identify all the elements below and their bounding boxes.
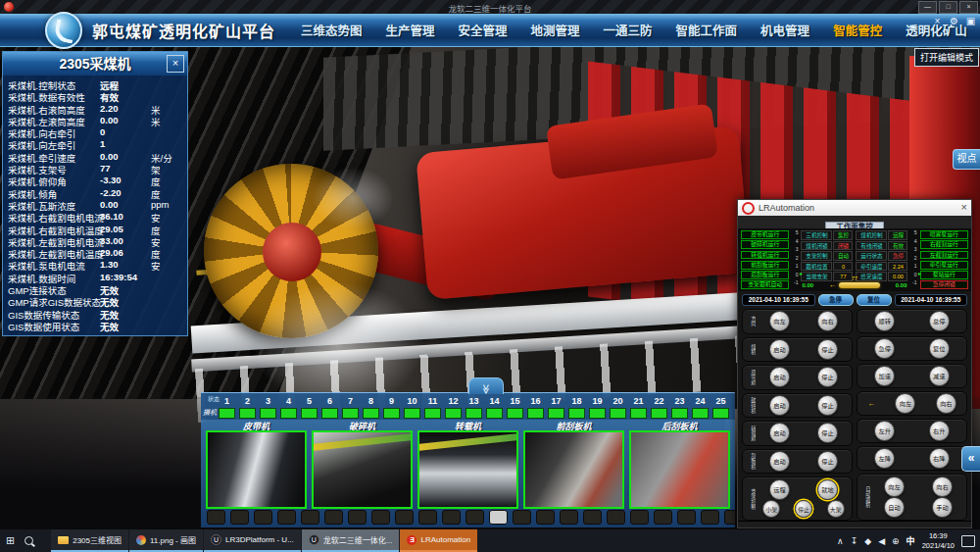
strip-tile[interactable] — [701, 510, 719, 525]
control-button[interactable]: 停止 — [817, 367, 838, 387]
nav-item[interactable]: 智能管控 — [833, 21, 882, 39]
control-button[interactable]: 加速 — [874, 366, 895, 386]
control-button[interactable]: 总停 — [929, 311, 950, 331]
strip-tile[interactable] — [277, 510, 296, 525]
nav-item[interactable]: 一通三防 — [604, 21, 653, 39]
camera-channel[interactable]: 25 — [710, 395, 731, 419]
open-edit-mode-button[interactable]: 打开编辑模式 — [914, 48, 979, 67]
control-button[interactable]: 复位 — [929, 338, 950, 359]
strip-tile[interactable] — [560, 510, 578, 525]
control-button[interactable]: 减速 — [929, 366, 950, 386]
control-button[interactable]: 向左 — [884, 477, 905, 497]
fullscreen-icon[interactable]: ▣ — [964, 16, 977, 26]
control-button[interactable]: 向右 — [817, 311, 838, 331]
lrautomation-titlebar[interactable]: LRAutomation × — [738, 200, 971, 216]
camera-feed[interactable]: 破碎机 — [312, 420, 413, 509]
strip-tile[interactable] — [442, 510, 461, 525]
maximize-button[interactable]: □ — [939, 1, 957, 14]
camera-channel[interactable]: 15 — [505, 395, 525, 419]
control-button[interactable]: 小架 — [762, 500, 780, 518]
control-button[interactable]: 停止 — [795, 500, 812, 518]
strip-tile[interactable] — [395, 510, 414, 525]
strip-tile[interactable] — [254, 510, 272, 525]
strip-tile[interactable] — [583, 510, 602, 525]
camera-feed[interactable]: 后刮板机 — [629, 420, 730, 509]
control-button[interactable]: 大架 — [827, 500, 845, 518]
camera-channel[interactable]: 14 — [484, 395, 505, 419]
control-button[interactable]: 远程 — [769, 479, 790, 500]
volume-icon[interactable]: ◀ — [878, 536, 885, 546]
camera-channel[interactable]: 2 — [237, 395, 258, 419]
control-button[interactable]: 左升 — [874, 421, 895, 441]
network-icon[interactable]: ⊕ — [892, 536, 900, 546]
control-button[interactable]: 启动 — [769, 339, 790, 360]
control-button[interactable]: 向右 — [936, 393, 956, 414]
camera-feed[interactable]: 皮带机 — [206, 420, 307, 509]
nav-item[interactable]: 地测管理 — [531, 21, 580, 39]
camera-channel[interactable]: 13 — [464, 395, 484, 419]
strip-tile[interactable] — [324, 510, 343, 525]
camera-channel[interactable]: 16 — [525, 395, 546, 419]
nav-item[interactable]: 三维态势图 — [301, 21, 363, 39]
control-button[interactable]: 手动 — [932, 497, 953, 518]
strip-tile[interactable] — [654, 510, 672, 525]
close-icon[interactable]: × — [961, 201, 967, 213]
taskbar-item[interactable]: ƎLRAutomation — [400, 529, 477, 552]
camera-channel[interactable]: 9 — [381, 395, 402, 419]
taskbar-item[interactable]: U龙软二三维一体化... — [302, 529, 400, 552]
camera-channel[interactable]: 3 — [258, 395, 278, 419]
taskbar-item[interactable]: 11.png - 画图 — [129, 529, 203, 552]
control-button[interactable]: 停止 — [817, 423, 838, 443]
control-button[interactable]: 右降 — [929, 448, 950, 469]
camera-channel[interactable]: 17 — [546, 395, 566, 419]
defender-icon[interactable]: ◆ — [864, 536, 871, 546]
strip-tile[interactable] — [513, 510, 531, 525]
control-button[interactable]: 左降 — [874, 448, 895, 469]
nav-item[interactable]: 生产管理 — [386, 21, 435, 39]
pin-icon[interactable]: ↧ — [851, 536, 858, 546]
strip-tile[interactable] — [536, 510, 555, 525]
camera-channel[interactable]: 6 — [319, 395, 340, 419]
control-button[interactable]: 自动 — [884, 497, 905, 518]
camera-channel[interactable]: 4 — [278, 395, 299, 419]
control-button[interactable]: 启动 — [769, 395, 790, 416]
strip-tile[interactable] — [489, 510, 508, 525]
viewpoint-tab[interactable]: 视点 — [953, 149, 980, 170]
control-button[interactable]: 顺转 — [874, 311, 895, 331]
strip-tile[interactable] — [301, 510, 319, 525]
control-button[interactable]: 就地 — [817, 479, 838, 500]
strip-tile[interactable] — [724, 510, 735, 525]
camera-feed[interactable]: 转载机 — [417, 420, 518, 509]
strip-tile[interactable] — [607, 510, 625, 525]
control-button[interactable]: 向右 — [932, 477, 953, 497]
camera-panel-collapse-tab[interactable]: ≪ — [468, 377, 504, 394]
camera-channel[interactable]: 24 — [690, 395, 710, 419]
search-icon[interactable] — [24, 536, 33, 545]
control-button[interactable]: 停止 — [817, 395, 838, 416]
camera-channel[interactable]: 20 — [608, 395, 628, 419]
estop-pill-button[interactable]: 急停 — [818, 294, 854, 306]
control-button[interactable]: 停止 — [817, 339, 838, 360]
control-button[interactable]: 向左 — [895, 393, 915, 414]
tools-icon[interactable]: × — [931, 16, 944, 26]
control-button[interactable]: 停止 — [817, 451, 838, 472]
camera-channel[interactable]: 12 — [443, 395, 464, 419]
camera-channel[interactable]: 11 — [422, 395, 443, 419]
control-button[interactable]: 启动 — [769, 423, 790, 443]
strip-tile[interactable] — [207, 510, 225, 525]
nav-item[interactable]: 机电管理 — [760, 21, 809, 39]
camera-channel[interactable]: 10 — [402, 395, 422, 419]
taskbar-item[interactable]: ULR3DPlatform - U... — [204, 529, 301, 552]
camera-channel[interactable]: 5 — [299, 395, 319, 419]
tray-clock[interactable]: 16:39 2021/4/10 — [922, 531, 955, 551]
nav-item[interactable]: 智能工作面 — [676, 21, 738, 39]
camera-channel[interactable]: 18 — [566, 395, 587, 419]
taskbar-item[interactable]: 2305三维视图 — [51, 529, 128, 552]
strip-tile[interactable] — [371, 510, 390, 525]
camera-channel[interactable]: 22 — [649, 395, 669, 419]
strip-tile[interactable] — [230, 510, 249, 525]
camera-feed[interactable]: 前刮板机 — [523, 420, 624, 509]
reset-pill-button[interactable]: 复位 — [857, 294, 892, 306]
panel-collapse-button[interactable]: « — [961, 446, 980, 472]
camera-channel[interactable]: 21 — [628, 395, 649, 419]
